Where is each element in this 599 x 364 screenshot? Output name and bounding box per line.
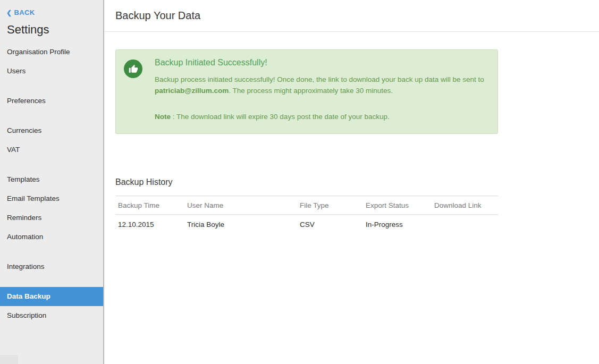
nav-group-backup: Data Backup Subscription [0,287,103,325]
note-text: : The download link will expire 30 days … [171,113,390,121]
backup-email: patriciab@zillum.com [155,87,229,95]
table-row: 12.10.2015 Tricia Boyle CSV In-Progress [115,215,498,235]
page-title: Backup Your Data [115,10,200,22]
file-type-cell: CSV [297,215,363,235]
sidebar-item-integrations[interactable]: Integrations [0,257,103,276]
export-status-cell: In-Progress [363,215,432,235]
nav-group-templates: Templates Email Templates Reminders Auto… [0,170,103,247]
column-header-export-status: Export Status [363,196,432,215]
column-header-download-link: Download Link [432,196,498,215]
partial-element-shade [0,355,18,364]
success-alert: Backup Initiated Successfully! Backup pr… [115,49,498,134]
column-header-file-type: File Type [297,196,363,215]
backup-time-cell: 12.10.2015 [115,215,184,235]
sidebar-item-templates[interactable]: Templates [0,170,103,189]
sidebar-item-reminders[interactable]: Reminders [0,208,103,227]
sidebar-item-automation[interactable]: Automation [0,227,103,247]
page-header: Backup Your Data [104,0,599,32]
alert-message-text-after: . The process might approximately take 3… [229,87,393,95]
sidebar-nav: Organisation Profile Users Preferences C… [0,43,103,325]
sidebar-item-subscription[interactable]: Subscription [0,306,103,325]
main-content: Backup Your Data Backup Initiated Succes… [104,0,599,364]
sidebar-item-vat[interactable]: VAT [0,140,103,159]
back-label: BACK [14,9,35,16]
back-button[interactable]: ❮ BACK [6,9,35,16]
chevron-left-icon: ❮ [6,9,12,16]
note-label: Note [155,113,171,121]
column-header-user-name: User Name [184,196,297,215]
nav-group-integrations: Integrations [0,257,103,276]
download-link-cell [432,215,498,235]
sidebar-item-preferences[interactable]: Preferences [0,91,103,111]
sidebar-item-organisation-profile[interactable]: Organisation Profile [0,43,103,62]
nav-group-organisation: Organisation Profile Users [0,43,103,81]
settings-title: Settings [7,23,103,37]
alert-note: Note : The download link will expire 30 … [155,113,487,121]
sidebar-item-email-templates[interactable]: Email Templates [0,189,103,208]
nav-group-preferences: Preferences [0,91,103,111]
table-header-row: Backup Time User Name File Type Export S… [115,196,498,215]
backup-history-title: Backup History [115,177,599,187]
sidebar-item-data-backup[interactable]: Data Backup [0,287,103,306]
sidebar-item-users[interactable]: Users [0,62,103,81]
alert-message: Backup process initiated successfully! O… [155,74,487,96]
backup-history-table: Backup Time User Name File Type Export S… [115,196,498,235]
column-header-backup-time: Backup Time [115,196,184,215]
content-area: Backup Initiated Successfully! Backup pr… [104,32,599,235]
settings-page: ❮ BACK Settings Organisation Profile Use… [0,0,599,364]
sidebar-item-currencies[interactable]: Currencies [0,121,103,140]
sidebar: ❮ BACK Settings Organisation Profile Use… [0,0,104,364]
alert-content: Backup Initiated Successfully! Backup pr… [155,58,487,121]
nav-group-currencies: Currencies VAT [0,121,103,159]
user-name-cell: Tricia Boyle [184,215,297,235]
alert-message-text: Backup process initiated successfully! O… [155,75,484,83]
thumbs-up-icon [124,60,142,78]
alert-title: Backup Initiated Successfully! [155,58,487,67]
